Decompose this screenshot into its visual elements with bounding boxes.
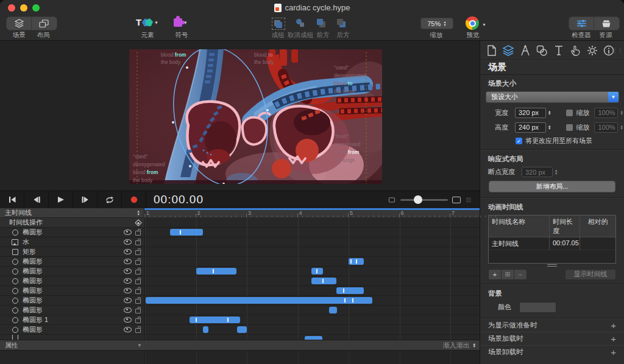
height-input[interactable]: 240 px	[515, 122, 546, 133]
lock-icon[interactable]	[135, 260, 141, 265]
duplicate-timeline-button[interactable]: ⊞	[502, 269, 514, 280]
layer-row[interactable]: 椭圆形	[0, 286, 144, 296]
keyframe-marker[interactable]	[196, 318, 197, 322]
jump-start-button[interactable]	[0, 191, 24, 208]
lock-icon[interactable]	[135, 250, 141, 255]
layer-row[interactable]: 椭圆形	[0, 267, 144, 276]
animation-bar[interactable]	[170, 229, 203, 236]
height-scale-checkbox[interactable]	[566, 124, 573, 131]
visibility-eye-icon[interactable]	[124, 298, 132, 303]
keyframe-marker[interactable]	[227, 318, 229, 322]
visibility-eye-icon[interactable]	[124, 307, 132, 313]
preset-size-dropdown[interactable]: 预设大小 ▼	[486, 91, 619, 103]
handler-scene-load[interactable]: 场景加载时 +	[480, 332, 624, 345]
zoom-out-icon[interactable]	[389, 197, 395, 202]
slider-knob[interactable]	[414, 195, 422, 204]
add-timeline-button[interactable]: +	[488, 269, 502, 280]
keyframe-marker[interactable]	[344, 298, 346, 303]
tab-physics[interactable]	[586, 44, 599, 57]
lock-icon[interactable]	[135, 289, 141, 294]
new-layout-button[interactable]: 新增布局...	[489, 181, 615, 192]
stepper-icon[interactable]: ▲▼	[473, 343, 476, 348]
properties-bar[interactable]: 属性 ▼ 渐入渐出 ▲▼	[0, 340, 480, 351]
lock-icon[interactable]	[135, 309, 141, 313]
animation-bar[interactable]	[311, 268, 323, 275]
lock-icon[interactable]	[135, 240, 141, 245]
visibility-eye-icon[interactable]	[124, 278, 132, 284]
keyframe-marker[interactable]	[322, 279, 324, 283]
handler-prepare-display[interactable]: 为显示做准备时 +	[480, 319, 624, 332]
layer-row[interactable]: 椭圆形	[0, 228, 144, 237]
record-button[interactable]	[122, 191, 146, 208]
lock-icon[interactable]	[135, 318, 141, 323]
loop-button[interactable]	[98, 191, 122, 208]
canvas-zoom-field[interactable]: 75% ▲▼	[420, 18, 453, 29]
layer-row[interactable]: 椭圆形 1	[0, 315, 144, 325]
tab-scene-active[interactable]	[502, 44, 515, 57]
timeline-table-row[interactable]: 主时间线 00:07.05	[489, 237, 615, 250]
add-action-icon[interactable]: +	[611, 320, 616, 331]
tab-overflow-icon[interactable]: ⋮⋮	[612, 47, 623, 54]
animation-bar[interactable]	[146, 297, 372, 304]
keyframe-marker[interactable]	[316, 269, 317, 273]
timeline-selector[interactable]: 主时间线 ▲▼	[0, 208, 144, 218]
lock-icon[interactable]	[135, 299, 141, 304]
bring-front-button[interactable]	[316, 18, 328, 29]
resources-toggle-button[interactable]	[594, 17, 619, 30]
inspector-toggle-button[interactable]	[569, 17, 594, 30]
keyframe-marker[interactable]	[213, 269, 214, 273]
animation-bar[interactable]	[237, 326, 247, 333]
stepper-icon[interactable]: ▲▼	[548, 110, 551, 115]
visibility-eye-icon[interactable]	[124, 259, 132, 264]
tab-document[interactable]	[485, 44, 498, 57]
visibility-eye-icon[interactable]	[124, 288, 132, 293]
keyframe-marker[interactable]	[180, 230, 181, 234]
heart-diagram[interactable]: blood from the body blood to the body "u…	[129, 49, 382, 184]
send-back-button[interactable]	[336, 18, 348, 29]
timelines-table[interactable]: 时间线名称 时间长度 相对的 主时间线 00:07.05	[488, 215, 616, 264]
visibility-eye-icon[interactable]	[124, 317, 132, 323]
layer-row[interactable]: 椭圆形	[0, 325, 144, 335]
keyframe-marker[interactable]	[343, 289, 344, 293]
visibility-eye-icon[interactable]	[124, 268, 132, 274]
animation-bar[interactable]	[203, 326, 208, 333]
remove-timeline-button[interactable]: −	[514, 269, 527, 280]
layer-row[interactable]: 椭圆形	[0, 296, 144, 306]
layouts-button[interactable]	[31, 17, 56, 30]
visibility-eye-icon[interactable]	[124, 249, 132, 254]
width-input[interactable]: 320 px	[515, 108, 546, 118]
tab-actions-hand[interactable]	[569, 44, 582, 57]
width-scale-checkbox[interactable]	[566, 110, 573, 116]
visibility-eye-icon[interactable]	[124, 229, 132, 235]
animation-bar[interactable]	[349, 258, 364, 265]
stepper-icon[interactable]: ▲▼	[548, 125, 551, 130]
height-scale-input[interactable]: 100%	[594, 122, 618, 133]
timeline-actions-row[interactable]: 时间线操作	[0, 218, 144, 228]
layer-row[interactable]: 椭圆形	[0, 306, 144, 315]
table-resize-handle[interactable]	[547, 264, 557, 267]
preview-button[interactable]	[466, 16, 479, 30]
play-button[interactable]	[49, 191, 73, 208]
animation-bar[interactable]	[329, 307, 337, 313]
animation-bar[interactable]	[311, 278, 336, 284]
tab-element[interactable]	[535, 44, 548, 57]
keyframe-marker[interactable]	[350, 259, 352, 264]
group-button[interactable]	[272, 18, 285, 30]
step-forward-button[interactable]	[73, 191, 98, 208]
scenes-button[interactable]	[7, 17, 31, 30]
tab-metrics[interactable]	[519, 44, 532, 57]
animation-bar[interactable]	[190, 317, 240, 323]
visibility-eye-icon[interactable]	[124, 327, 132, 332]
apply-all-checkbox[interactable]: ✓	[516, 138, 522, 144]
timeline-zoom-slider[interactable]	[400, 199, 448, 201]
layer-row[interactable]: 水	[0, 237, 144, 247]
keyframe-marker[interactable]	[356, 259, 357, 264]
breakpoint-input[interactable]: 320 px	[522, 167, 553, 177]
layer-row[interactable]: 椭圆形	[0, 257, 144, 267]
step-back-button[interactable]	[24, 191, 49, 208]
tab-text[interactable]	[552, 44, 566, 57]
elements-button[interactable]: T ▾	[136, 17, 158, 27]
add-action-icon[interactable]: +	[611, 347, 616, 357]
add-action-icon[interactable]: +	[611, 334, 616, 344]
lock-icon[interactable]	[135, 328, 141, 333]
